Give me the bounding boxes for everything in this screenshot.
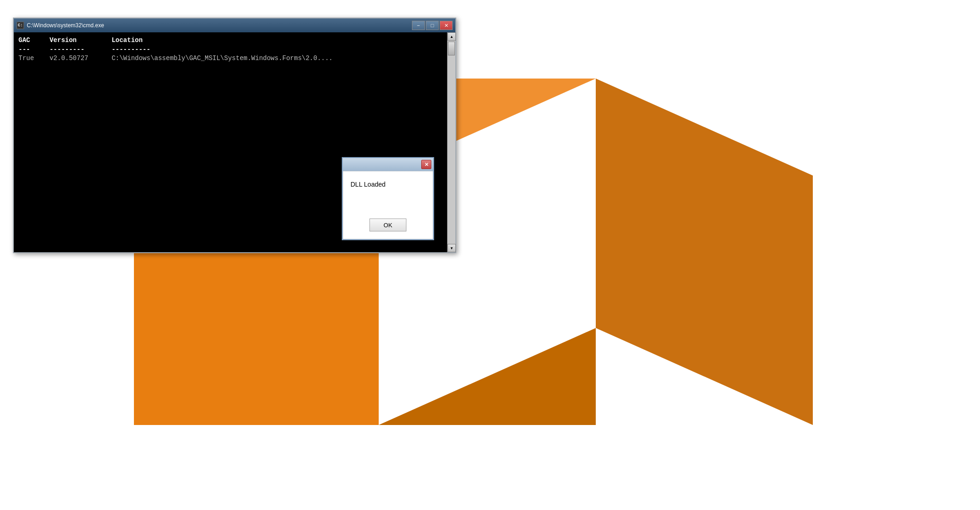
dialog-titlebar: ✕ [343, 158, 433, 171]
cmd-title: C:\Windows\system32\cmd.exe [27, 22, 104, 29]
cmd-titlebar: C: C:\Windows\system32\cmd.exe − □ ✕ [14, 18, 455, 32]
dialog-window: ✕ DLL Loaded OK [342, 157, 434, 240]
scrollbar-down-arrow[interactable]: ▼ [448, 244, 456, 252]
scrollbar-up-arrow[interactable]: ▲ [448, 32, 456, 41]
cmd-titlebar-buttons: − □ ✕ [412, 21, 453, 30]
dialog-close-button[interactable]: ✕ [421, 160, 431, 169]
cmd-titlebar-left: C: C:\Windows\system32\cmd.exe [17, 22, 104, 29]
dialog-message: DLL Loaded [351, 181, 386, 188]
dialog-ok-button[interactable]: OK [369, 219, 406, 231]
cmd-scrollbar[interactable]: ▲ ▼ [447, 32, 455, 252]
cmd-icon: C: [17, 22, 24, 29]
cmd-minimize-button[interactable]: − [412, 21, 425, 30]
scrollbar-thumb[interactable] [448, 42, 455, 55]
cmd-maximize-button[interactable]: □ [426, 21, 439, 30]
scrollbar-track[interactable] [448, 41, 455, 244]
cmd-close-button[interactable]: ✕ [440, 21, 453, 30]
dialog-body: DLL Loaded OK [343, 171, 433, 239]
